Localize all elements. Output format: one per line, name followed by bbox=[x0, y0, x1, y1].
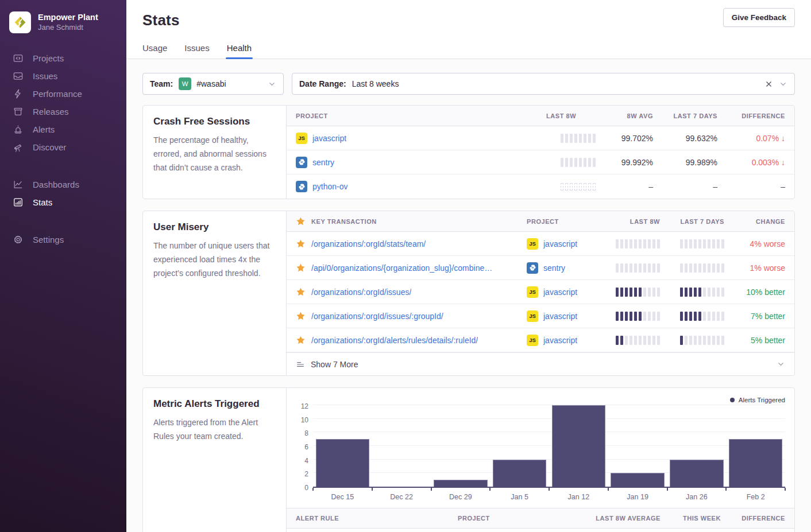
user-misery-panel: User Misery The number of unique users t… bbox=[142, 211, 795, 376]
filter-bar: Team: W #wasabi Date Range: Last 8 weeks bbox=[142, 73, 795, 95]
key-transaction-star-icon[interactable] bbox=[296, 287, 306, 297]
last-7d-sparkline bbox=[669, 263, 733, 273]
column-header: ALERT RULE bbox=[287, 515, 449, 522]
sidebar-item-releases[interactable]: Releases bbox=[0, 103, 126, 121]
project-cell: JSjavascript bbox=[518, 238, 605, 250]
project-link[interactable]: python-ov bbox=[312, 182, 347, 191]
page-header: Stats Give Feedback UsageIssuesHealth bbox=[126, 0, 811, 59]
javascript-platform-icon: JS bbox=[296, 133, 307, 144]
sidebar-item-alerts[interactable]: Alerts bbox=[0, 121, 126, 138]
key-transaction-cell: /organizations/:orgId/stats/team/ bbox=[287, 239, 518, 248]
show-more-button[interactable]: Show 7 More bbox=[287, 352, 794, 375]
give-feedback-button[interactable]: Give Feedback bbox=[723, 8, 795, 27]
tab-issues[interactable]: Issues bbox=[184, 43, 209, 59]
metric-alerts-text: Alerts triggered from the Alert Rules yo… bbox=[153, 415, 276, 443]
project-cell: JSjavascript bbox=[287, 133, 537, 144]
sidebar-item-label: Projects bbox=[33, 53, 64, 63]
crash-free-sessions-panel: Crash Free Sessions The percentage of he… bbox=[142, 105, 795, 199]
org-switcher[interactable]: Empower Plant Jane Schmidt bbox=[0, 9, 126, 44]
y-axis-labels: 024681012 bbox=[296, 406, 313, 488]
project-link[interactable]: javascript bbox=[312, 134, 346, 143]
project-link[interactable]: javascript bbox=[543, 239, 577, 248]
project-cell: JSjavascript bbox=[518, 310, 605, 322]
project-link[interactable]: javascript bbox=[543, 336, 577, 345]
chevron-down-icon bbox=[779, 80, 787, 88]
change-value: 4% worse bbox=[733, 239, 794, 248]
javascript-platform-icon: JS bbox=[527, 310, 538, 322]
chart-bar[interactable] bbox=[316, 439, 370, 487]
sidebar-item-issues[interactable]: Issues bbox=[0, 67, 126, 85]
transaction-link[interactable]: /organizations/:orgId/stats/team/ bbox=[311, 239, 426, 248]
transaction-link[interactable]: /organizations/:orgId/issues/ bbox=[311, 288, 411, 297]
org-logo-icon bbox=[9, 11, 31, 33]
sparkline-bars bbox=[680, 263, 724, 273]
dashboards-icon bbox=[13, 179, 24, 190]
sparkline-bars bbox=[680, 336, 724, 345]
python-platform-icon bbox=[527, 262, 538, 274]
x-tick-label: Jan 12 bbox=[549, 493, 608, 501]
releases-icon bbox=[13, 106, 24, 117]
transaction-link[interactable]: /organizations/:orgId/issues/:groupId/ bbox=[311, 312, 443, 321]
table-row: /organizations/:orgId/alerts/rules/detai… bbox=[287, 328, 794, 352]
team-avatar: W bbox=[179, 77, 191, 90]
sidebar-item-projects[interactable]: Projects bbox=[0, 49, 126, 67]
last-8w-sparkline bbox=[605, 239, 669, 248]
team-selector[interactable]: Team: W #wasabi bbox=[142, 73, 284, 95]
column-header: LAST 7 DAYS bbox=[669, 218, 733, 225]
last-8w-sparkline bbox=[605, 288, 669, 297]
column-header: DIFFERENCE bbox=[727, 112, 794, 119]
bar-cell bbox=[431, 406, 491, 487]
transaction-link[interactable]: /api/0/organizations/{organization_slug}… bbox=[311, 263, 492, 273]
key-transaction-cell: /api/0/organizations/{organization_slug}… bbox=[287, 263, 518, 273]
project-link[interactable]: sentry bbox=[312, 158, 334, 167]
chart-bar[interactable] bbox=[729, 439, 783, 487]
chart-legend[interactable]: Alerts Triggered bbox=[296, 395, 785, 405]
sidebar-item-discover[interactable]: Discover bbox=[0, 138, 126, 156]
chart-bar[interactable] bbox=[670, 460, 724, 487]
transaction-link[interactable]: /organizations/:orgId/alerts/rules/detai… bbox=[311, 336, 478, 345]
project-link[interactable]: javascript bbox=[543, 288, 577, 297]
change-value: 1% worse bbox=[733, 263, 794, 273]
column-header: THIS WEEK bbox=[670, 515, 730, 522]
x-tick-label: Jan 19 bbox=[608, 493, 667, 501]
key-transaction-star-icon[interactable] bbox=[296, 311, 306, 321]
y-tick-label: 12 bbox=[301, 402, 308, 410]
key-transaction-star-icon[interactable] bbox=[296, 335, 306, 345]
user-name: Jane Schmidt bbox=[38, 22, 98, 33]
tab-health[interactable]: Health bbox=[227, 43, 252, 59]
last-7d-value: – bbox=[662, 182, 727, 191]
chart-bar[interactable] bbox=[434, 480, 488, 487]
chart-bar[interactable] bbox=[552, 405, 606, 487]
x-tick-mark bbox=[312, 488, 314, 491]
chart-bar[interactable] bbox=[611, 473, 665, 487]
last-7d-value: 99.989% bbox=[662, 158, 727, 167]
x-tick-mark bbox=[372, 488, 373, 491]
show-more-label: Show 7 More bbox=[311, 360, 358, 369]
team-value: #wasabi bbox=[196, 79, 226, 88]
key-transaction-cell: /organizations/:orgId/alerts/rules/detai… bbox=[287, 335, 518, 345]
sidebar-item-dashboards[interactable]: Dashboards bbox=[0, 176, 126, 193]
metric-alerts-body: Alerts Triggered 024681012 Dec 15Dec 22D… bbox=[287, 388, 794, 532]
sidebar-item-stats[interactable]: Stats bbox=[0, 193, 126, 211]
clear-date-icon[interactable] bbox=[764, 80, 773, 88]
tab-usage[interactable]: Usage bbox=[142, 43, 167, 59]
javascript-platform-icon: JS bbox=[527, 335, 538, 346]
x-tick-mark bbox=[725, 488, 727, 491]
user-misery-text: The number of unique users that experien… bbox=[153, 239, 276, 280]
sidebar-item-performance[interactable]: Performance bbox=[0, 85, 126, 103]
change-value: 5% better bbox=[733, 336, 794, 345]
table-row: JSjavascript99.702%99.632%0.07% ↓ bbox=[287, 126, 794, 150]
chart-bar[interactable] bbox=[493, 460, 547, 487]
key-transaction-star-icon[interactable] bbox=[296, 263, 306, 273]
table-row: python-ov––– bbox=[287, 174, 794, 199]
project-cell: JSjavascript bbox=[518, 335, 605, 346]
sidebar-item-settings[interactable]: Settings bbox=[0, 231, 126, 248]
project-link[interactable]: sentry bbox=[543, 263, 565, 273]
last-8w-sparkline bbox=[537, 183, 605, 191]
javascript-platform-icon: JS bbox=[527, 238, 538, 250]
date-range-selector[interactable]: Date Range: Last 8 weeks bbox=[292, 73, 795, 95]
key-transaction-star-icon[interactable] bbox=[296, 239, 306, 248]
project-link[interactable]: javascript bbox=[543, 312, 577, 321]
x-tick-mark bbox=[489, 488, 491, 491]
sidebar-item-label: Settings bbox=[33, 235, 64, 244]
